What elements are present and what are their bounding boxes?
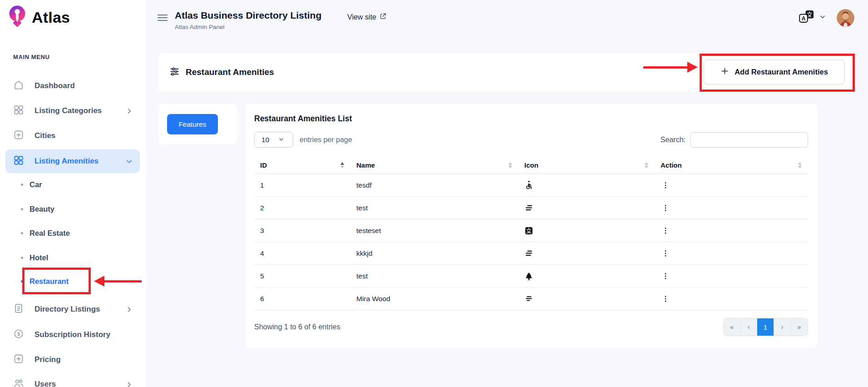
view-site-label: View site	[347, 13, 376, 21]
entries-per-page-select[interactable]: 10	[254, 132, 293, 148]
sidebar-item-label: Users	[35, 380, 115, 387]
features-button[interactable]: Features	[167, 114, 218, 134]
sidebar-item-listing-categories[interactable]: Listing Categories	[5, 101, 140, 121]
add-restaurant-amenities-button[interactable]: Add Restaurant Amenities	[704, 60, 845, 84]
view-site-link[interactable]: View site	[347, 13, 386, 21]
sidebar-subitem-beauty[interactable]: Beauty	[21, 200, 134, 218]
column-header-id[interactable]: ID	[254, 161, 350, 169]
sidebar-item-label: Listing Amenities	[35, 157, 115, 166]
user-avatar[interactable]	[837, 9, 854, 27]
entries-summary: Showing 1 to 6 of 6 entries	[254, 323, 340, 331]
kebab-menu-icon[interactable]	[661, 248, 671, 259]
table-row: 6 Mira Wood	[254, 288, 808, 310]
align-lines-icon	[524, 249, 533, 258]
alipay-square-icon	[524, 226, 533, 235]
park-tree-icon	[524, 272, 533, 281]
features-card: Features	[158, 104, 237, 144]
sliders-icon	[169, 66, 180, 79]
sidebar-subitem-restaurant[interactable]: Restaurant	[21, 272, 134, 290]
translate-icon: A	[799, 10, 815, 25]
list-icon	[13, 303, 24, 316]
sidebar-item-label: Cities	[35, 131, 133, 140]
column-header-icon[interactable]: Icon	[518, 161, 655, 169]
sidebar-item-dashboard[interactable]: Dashboard	[5, 76, 140, 96]
app-window: Atlas MAIN MENU Dashboard Listing Catego…	[0, 0, 868, 387]
hamburger-menu-icon[interactable]	[157, 12, 169, 24]
entries-per-page-label: entries per page	[300, 136, 352, 144]
sidebar-item-cities[interactable]: Cities	[5, 126, 140, 146]
language-switcher[interactable]: A	[799, 10, 826, 25]
sidebar-item-subscription-history[interactable]: $ Subscription History	[5, 325, 140, 345]
sidebar-item-pricing[interactable]: Pricing	[5, 350, 140, 370]
sort-icon	[340, 162, 344, 169]
cell-name: testeset	[350, 227, 518, 235]
sidebar-subitem-real-estate[interactable]: Real Estate	[21, 224, 134, 242]
home-icon	[13, 79, 24, 92]
column-header-name[interactable]: Name	[350, 161, 518, 169]
sidebar-subitem-hotel[interactable]: Hotel	[21, 248, 134, 267]
amenities-table-card: Restaurant Amenities List 10 entries per…	[245, 104, 817, 348]
bullet-icon	[21, 232, 23, 234]
chevron-down-icon	[819, 14, 826, 22]
selected-page-size: 10	[261, 136, 269, 144]
search-label: Search:	[661, 136, 686, 144]
cell-id: 5	[254, 272, 350, 280]
cell-id: 1	[254, 181, 350, 189]
subitem-label: Beauty	[30, 205, 54, 213]
sidebar-item-label: Listing Categories	[35, 106, 115, 115]
cell-name: test	[350, 272, 518, 280]
dollar-circle-icon: $	[13, 328, 24, 341]
sidebar-item-label: Dashboard	[35, 81, 133, 90]
kebab-menu-icon[interactable]	[661, 293, 671, 304]
subitem-label: Car	[30, 180, 42, 189]
column-label: Icon	[524, 161, 645, 169]
chevron-right-icon	[126, 381, 133, 387]
cell-id: 3	[254, 227, 350, 235]
kebab-menu-icon[interactable]	[661, 271, 671, 282]
chevron-down-icon	[278, 136, 284, 144]
cell-name: tesdf	[350, 181, 518, 189]
file-plus-icon	[13, 353, 24, 366]
cell-id: 6	[254, 295, 350, 303]
subitem-label: Restaurant	[30, 277, 69, 286]
sort-icon	[508, 162, 512, 169]
page-heading: Atlas Business Directory Listing Atlas A…	[175, 10, 321, 30]
pagination-page-1-button[interactable]: 1	[757, 318, 774, 336]
pagination-first-button[interactable]: «	[724, 318, 740, 336]
column-label: ID	[260, 161, 340, 169]
subitem-label: Real Estate	[30, 229, 70, 238]
sidebar-item-label: Subscription History	[35, 330, 133, 339]
sidebar-subitem-car[interactable]: Car	[21, 175, 134, 194]
pagination-last-button[interactable]: »	[791, 318, 808, 336]
add-button-label: Add Restaurant Amenities	[735, 68, 828, 76]
short-lines-icon	[524, 294, 533, 303]
brand-logo[interactable]: Atlas	[6, 5, 70, 30]
pagination: « ‹ 1 › »	[723, 318, 808, 336]
cell-name: kkkjd	[350, 249, 518, 258]
users-icon	[13, 378, 24, 387]
cell-id: 2	[254, 204, 350, 212]
kebab-menu-icon[interactable]	[661, 225, 671, 236]
pagination-prev-button[interactable]: ‹	[740, 318, 757, 336]
sidebar-item-directory-listings[interactable]: Directory Listings	[5, 299, 140, 319]
sidebar-section-label: MAIN MENU	[13, 54, 50, 60]
page-subtitle: Atlas Admin Panel	[175, 24, 321, 30]
kebab-menu-icon[interactable]	[661, 203, 671, 213]
subitem-label: Hotel	[30, 253, 48, 262]
sidebar-item-users[interactable]: Users	[5, 374, 140, 387]
page-title: Atlas Business Directory Listing	[175, 10, 321, 21]
table-footer: Showing 1 to 6 of 6 entries « ‹ 1 › »	[254, 318, 808, 336]
grid-icon	[13, 155, 24, 168]
chevron-right-icon	[126, 108, 133, 114]
kebab-menu-icon[interactable]	[661, 180, 671, 191]
svg-text:A: A	[801, 15, 805, 22]
search-input[interactable]	[690, 132, 808, 148]
sort-icon	[645, 162, 648, 169]
plus-square-icon	[13, 129, 24, 142]
pagination-next-button[interactable]: ›	[774, 318, 791, 336]
table-row: 5 test	[254, 265, 808, 288]
table-row: 2 test	[254, 197, 808, 219]
column-header-action[interactable]: Action	[655, 161, 808, 169]
table-title: Restaurant Amenities List	[254, 114, 808, 124]
sidebar-item-listing-amenities[interactable]: Listing Amenities	[5, 149, 140, 173]
